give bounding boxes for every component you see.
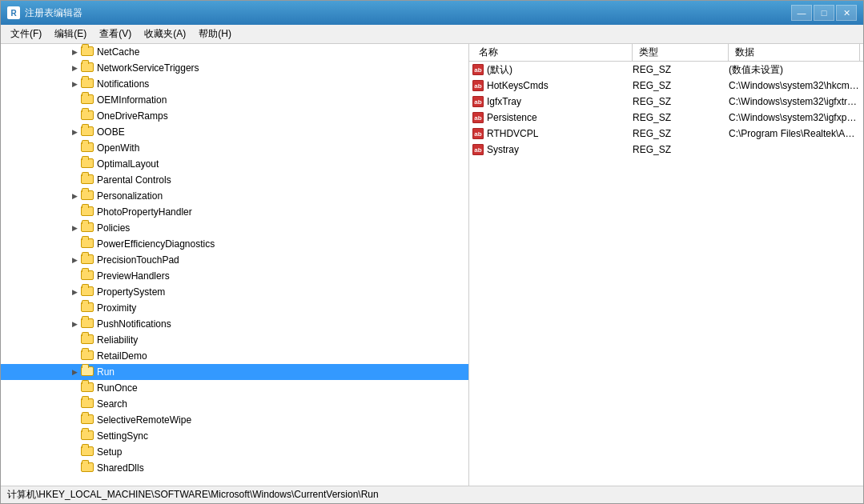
tree-item-propertysystem[interactable]: ▶PropertySystem: [1, 284, 468, 300]
tree-item-photopropertyhandler[interactable]: PhotoPropertyHandler: [1, 204, 468, 220]
tree-item-label: Proximity: [97, 302, 136, 314]
reg-cell-name: abIgfxTray: [472, 96, 633, 107]
expander-icon[interactable]: [68, 110, 81, 122]
minimize-button[interactable]: —: [791, 5, 812, 21]
expander-icon[interactable]: [68, 94, 81, 106]
reg-cell-data: (数值未设置): [729, 63, 860, 77]
expander-icon[interactable]: ▶: [68, 46, 81, 58]
reg-cell-data: C:\Windows\system32\hkcmd.exe: [729, 80, 860, 91]
reg-cell-type: REG_SZ: [633, 80, 729, 91]
tree-item-onedriveramps[interactable]: OneDriveRamps: [1, 108, 468, 124]
tree-item-openwith[interactable]: OpenWith: [1, 140, 468, 156]
registry-row[interactable]: abIgfxTrayREG_SZC:\Windows\system32\igfx…: [469, 94, 863, 110]
expander-icon[interactable]: [68, 382, 81, 394]
tree-item-shareddlls[interactable]: SharedDlls: [1, 460, 468, 476]
expander-icon[interactable]: ▶: [68, 254, 81, 266]
reg-name-label: HotKeysCmds: [487, 80, 549, 91]
tree-item-previewhandlers[interactable]: PreviewHandlers: [1, 268, 468, 284]
tree-item-label: PowerEfficiencyDiagnostics: [97, 238, 215, 250]
expander-icon[interactable]: [68, 350, 81, 362]
tree-item-precisiontouchpad[interactable]: ▶PrecisionTouchPad: [1, 252, 468, 268]
tree-item-proximity[interactable]: Proximity: [1, 300, 468, 316]
tree-item-selectiveremotewipe[interactable]: SelectiveRemoteWipe: [1, 412, 468, 428]
tree-item-powerefficiencydiagnostics[interactable]: PowerEfficiencyDiagnostics: [1, 236, 468, 252]
expander-icon[interactable]: [68, 414, 81, 426]
tree-item-label: PhotoPropertyHandler: [97, 206, 192, 218]
window-title: 注册表编辑器: [25, 6, 791, 20]
tree-item-pushnotifications[interactable]: ▶PushNotifications: [1, 316, 468, 332]
folder-icon: [81, 110, 94, 122]
registry-row[interactable]: abPersistenceREG_SZC:\Windows\system32\i…: [469, 110, 863, 126]
registry-row[interactable]: ab(默认)REG_SZ(数值未设置): [469, 62, 863, 78]
tree-item-reliability[interactable]: Reliability: [1, 332, 468, 348]
main-window: R 注册表编辑器 — □ ✕ 文件(F) 编辑(E) 查看(V) 收藏夹(A) …: [0, 0, 864, 504]
expander-icon[interactable]: ▶: [68, 126, 81, 138]
tree-scroll[interactable]: ▶NetCache▶NetworkServiceTriggers▶Notific…: [1, 44, 468, 486]
tree-item-oeminformation[interactable]: OEMInformation: [1, 92, 468, 108]
menu-file[interactable]: 文件(F): [4, 26, 48, 42]
reg-name-label: (默认): [487, 63, 512, 77]
tree-item-run[interactable]: ▶Run: [1, 364, 468, 380]
tree-item-networkservicetriggers[interactable]: ▶NetworkServiceTriggers: [1, 60, 468, 76]
expander-icon[interactable]: [68, 174, 81, 186]
expander-icon[interactable]: ▶: [68, 62, 81, 74]
reg-cell-name: abSystray: [472, 144, 633, 155]
tree-item-oobe[interactable]: ▶OOBE: [1, 124, 468, 140]
reg-value-icon: ab: [472, 80, 484, 91]
folder-icon: [81, 174, 94, 186]
expander-icon[interactable]: ▶: [68, 366, 81, 378]
expander-icon[interactable]: ▶: [68, 286, 81, 298]
reg-cell-name: abHotKeysCmds: [472, 80, 633, 91]
menu-help[interactable]: 帮助(H): [192, 26, 238, 42]
expander-icon[interactable]: ▶: [68, 222, 81, 234]
expander-icon[interactable]: [68, 446, 81, 458]
registry-row[interactable]: abRTHDVCPLREG_SZC:\Program Files\Realtek…: [469, 126, 863, 142]
expander-icon[interactable]: [68, 142, 81, 154]
folder-icon: [81, 350, 94, 362]
close-button[interactable]: ✕: [836, 5, 857, 21]
menu-favorites[interactable]: 收藏夹(A): [138, 26, 192, 42]
expander-icon[interactable]: [68, 206, 81, 218]
expander-icon[interactable]: [68, 238, 81, 250]
expander-icon[interactable]: [68, 334, 81, 346]
menu-edit[interactable]: 编辑(E): [48, 26, 93, 42]
tree-item-label: OptimalLayout: [97, 158, 159, 170]
reg-name-label: Systray: [487, 144, 519, 155]
registry-row[interactable]: abHotKeysCmdsREG_SZC:\Windows\system32\h…: [469, 78, 863, 94]
reg-value-icon: ab: [472, 112, 484, 123]
tree-item-setup[interactable]: Setup: [1, 444, 468, 460]
expander-icon[interactable]: [68, 302, 81, 314]
tree-item-notifications[interactable]: ▶Notifications: [1, 76, 468, 92]
expander-icon[interactable]: [68, 270, 81, 282]
tree-item-personalization[interactable]: ▶Personalization: [1, 188, 468, 204]
tree-item-settingsync[interactable]: SettingSync: [1, 428, 468, 444]
expander-icon[interactable]: ▶: [68, 190, 81, 202]
tree-item-netcache[interactable]: ▶NetCache: [1, 44, 468, 60]
tree-item-search[interactable]: Search: [1, 396, 468, 412]
folder-icon: [81, 46, 94, 58]
expander-icon[interactable]: ▶: [68, 78, 81, 90]
tree-item-policies[interactable]: ▶Policies: [1, 220, 468, 236]
tree-item-label: NetworkServiceTriggers: [97, 62, 199, 74]
tree-item-runonce[interactable]: RunOnce: [1, 380, 468, 396]
reg-value-icon: ab: [472, 64, 484, 75]
folder-icon: [81, 382, 94, 394]
tree-item-label: RetailDemo: [97, 350, 147, 362]
expander-icon[interactable]: [68, 158, 81, 170]
expander-icon[interactable]: [68, 398, 81, 410]
col-name-header: 名称: [472, 44, 633, 61]
folder-icon: [81, 158, 94, 170]
folder-icon: [81, 302, 94, 314]
registry-row[interactable]: abSystrayREG_SZ: [469, 142, 863, 158]
expander-icon[interactable]: [68, 462, 81, 474]
menu-view[interactable]: 查看(V): [93, 26, 138, 42]
tree-item-retaildemo[interactable]: RetailDemo: [1, 348, 468, 364]
registry-table[interactable]: ab(默认)REG_SZ(数值未设置)abHotKeysCmdsREG_SZC:…: [469, 62, 863, 486]
expander-icon[interactable]: [68, 430, 81, 442]
expander-icon[interactable]: ▶: [68, 318, 81, 330]
tree-item-label: OneDriveRamps: [97, 110, 168, 122]
tree-item-parentalcontrols[interactable]: Parental Controls: [1, 172, 468, 188]
tree-item-optimallayout[interactable]: OptimalLayout: [1, 156, 468, 172]
maximize-button[interactable]: □: [814, 5, 834, 21]
folder-icon: [81, 270, 94, 282]
